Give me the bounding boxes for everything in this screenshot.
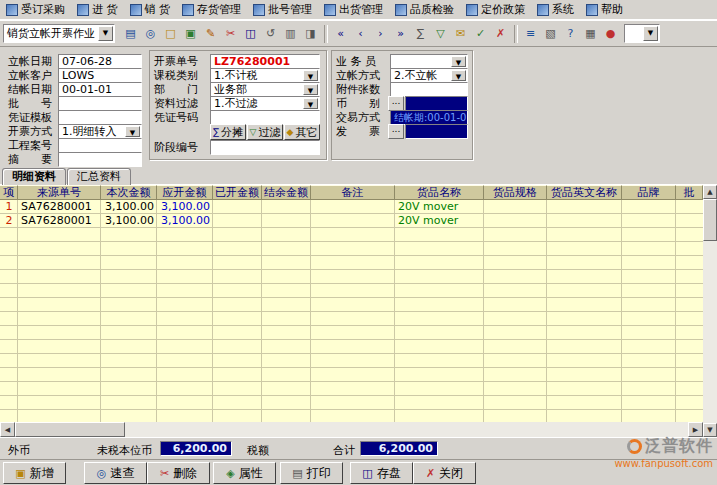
col-header-remark[interactable]: 备注 bbox=[311, 185, 395, 200]
menu-item-help[interactable]: 帮助 bbox=[580, 0, 629, 19]
tool-filter-icon[interactable]: ▽ bbox=[431, 24, 450, 43]
filter-button[interactable]: ▽ 过滤 bbox=[247, 124, 283, 140]
scroll-down-button[interactable]: ▼ bbox=[703, 423, 717, 437]
scroll-right-button[interactable]: ▶ bbox=[688, 422, 703, 437]
ledger-mode-combo[interactable]: 2.不立帐 ▼ bbox=[390, 68, 468, 83]
scroll-up-button[interactable]: ▲ bbox=[703, 185, 717, 199]
table-row[interactable]: 1 SA76280001 3,100.00 3,100.00 20V mover bbox=[0, 200, 703, 214]
horizontal-scroll-thumb[interactable] bbox=[15, 422, 125, 437]
tool-delete-icon[interactable]: ✂ bbox=[221, 24, 240, 43]
tool-edit-icon[interactable]: ✎ bbox=[201, 24, 220, 43]
chevron-down-icon[interactable]: ▼ bbox=[125, 126, 140, 137]
invoice-no-field[interactable]: LZ76280001 bbox=[210, 54, 320, 69]
invoice-field[interactable] bbox=[405, 124, 468, 139]
tool-mail-icon[interactable]: ✉ bbox=[451, 24, 470, 43]
tool-last-record-icon[interactable]: » bbox=[391, 24, 410, 43]
tool-attach-icon[interactable]: ▧ bbox=[541, 24, 560, 43]
menu-item-quality[interactable]: 品质检验 bbox=[389, 0, 460, 19]
tool-notes-icon[interactable]: ≡ bbox=[521, 24, 540, 43]
toolbar-extra-combo[interactable]: ▼ bbox=[624, 24, 660, 43]
menu-item-pricing[interactable]: 定价政策 bbox=[460, 0, 531, 19]
scroll-left-button[interactable]: ◀ bbox=[0, 422, 15, 437]
ledger-customer-field[interactable]: LOWS bbox=[58, 68, 142, 83]
salesman-combo[interactable]: ▼ bbox=[390, 54, 468, 69]
col-header-brand[interactable]: 品牌 bbox=[622, 185, 676, 200]
col-header-row-no[interactable]: 项 bbox=[0, 185, 18, 200]
vertical-scrollbar[interactable]: ▲ ▼ bbox=[703, 185, 717, 437]
vertical-scroll-thumb[interactable] bbox=[703, 199, 717, 241]
tool-sum-icon[interactable]: ∑ bbox=[411, 24, 430, 43]
chevron-down-icon[interactable]: ▼ bbox=[303, 84, 318, 95]
trade-mode-field[interactable]: 结帐期:00-01-01; bbox=[390, 110, 468, 125]
add-button[interactable]: ▣新增 bbox=[3, 462, 66, 484]
col-header-invoice-amount[interactable]: 应开金额 bbox=[157, 185, 213, 200]
horizontal-scrollbar[interactable]: ◀ ▶ bbox=[0, 422, 703, 437]
save-button[interactable]: ◫存盘 bbox=[350, 462, 413, 484]
col-header-source-no[interactable]: 来源单号 bbox=[18, 185, 101, 200]
menu-item-system[interactable]: 系统 bbox=[531, 0, 580, 19]
voucher-no-field[interactable] bbox=[210, 110, 320, 125]
tool-save-icon[interactable]: ◫ bbox=[241, 24, 260, 43]
summary-field[interactable] bbox=[58, 152, 142, 167]
currency-field[interactable] bbox=[405, 96, 468, 111]
table-row[interactable]: 2 SA76280001 3,100.00 3,100.00 20V mover bbox=[0, 214, 703, 228]
tool-query-icon[interactable]: ◎ bbox=[141, 24, 160, 43]
col-header-amount[interactable]: 本次金额 bbox=[101, 185, 157, 200]
tool-first-record-icon[interactable]: « bbox=[331, 24, 350, 43]
tool-exit-icon[interactable]: ● bbox=[601, 24, 620, 43]
delete-button[interactable]: ✂删除 bbox=[147, 462, 210, 484]
menu-item-sales[interactable]: 销 货 bbox=[124, 0, 177, 19]
menu-item-shipping[interactable]: 出货管理 bbox=[318, 0, 389, 19]
stage-no-field[interactable] bbox=[210, 140, 320, 155]
split-button[interactable]: ∑ 分摊 bbox=[210, 124, 246, 140]
tab-summary[interactable]: 汇总资料 bbox=[67, 168, 131, 185]
chevron-down-icon[interactable]: ▼ bbox=[451, 70, 466, 81]
col-header-balance-amount[interactable]: 结余金额 bbox=[262, 185, 311, 200]
currency-lookup-button[interactable]: ... bbox=[388, 96, 404, 111]
invoice-lookup-button[interactable]: ... bbox=[388, 124, 404, 139]
tab-detail[interactable]: 明细资料 bbox=[2, 168, 66, 186]
screen-selector-combo[interactable]: 销货立帐开票作业 ▼ bbox=[3, 24, 115, 43]
tool-print-icon[interactable]: ▥ bbox=[281, 24, 300, 43]
col-header-spec[interactable]: 货品规格 bbox=[484, 185, 547, 200]
menu-item-purchase-order[interactable]: 受订采购 bbox=[0, 0, 71, 19]
tool-undo-icon[interactable]: ↺ bbox=[261, 24, 280, 43]
tool-browse-icon[interactable]: ▤ bbox=[121, 24, 140, 43]
attachments-field[interactable] bbox=[390, 82, 468, 97]
tool-copy-icon[interactable]: ▣ bbox=[181, 24, 200, 43]
col-header-english-name[interactable]: 货品英文名称 bbox=[547, 185, 622, 200]
chevron-down-icon[interactable]: ▼ bbox=[451, 56, 466, 67]
chevron-down-icon[interactable]: ▼ bbox=[98, 26, 113, 41]
tool-help-icon[interactable]: ? bbox=[561, 24, 580, 43]
print-button[interactable]: ▤打印 bbox=[280, 462, 343, 484]
tool-preview-icon[interactable]: ◨ bbox=[301, 24, 320, 43]
menu-item-batch[interactable]: 批号管理 bbox=[247, 0, 318, 19]
other-button[interactable]: ◆ 其它 bbox=[284, 124, 320, 140]
settle-date-field[interactable]: 00-01-01 bbox=[58, 82, 142, 97]
tool-prev-record-icon[interactable]: ‹ bbox=[351, 24, 370, 43]
menu-item-inventory[interactable]: 存货管理 bbox=[176, 0, 247, 19]
department-combo[interactable]: 业务部 ▼ bbox=[210, 82, 320, 97]
ledger-date-field[interactable]: 07-06-28 bbox=[58, 54, 142, 69]
chevron-down-icon[interactable]: ▼ bbox=[303, 98, 318, 109]
chevron-down-icon[interactable]: ▼ bbox=[643, 26, 658, 41]
tool-cancel-icon[interactable]: ✗ bbox=[491, 24, 510, 43]
col-header-batch[interactable]: 批 bbox=[676, 185, 703, 200]
chevron-down-icon[interactable]: ▼ bbox=[303, 70, 318, 81]
tool-window-icon[interactable]: ▦ bbox=[581, 24, 600, 43]
properties-button[interactable]: ◈属性 bbox=[213, 462, 276, 484]
col-header-invoiced-amount[interactable]: 已开金额 bbox=[213, 185, 262, 200]
voucher-template-field[interactable] bbox=[58, 110, 142, 125]
data-filter-combo[interactable]: 1.不过滤 ▼ bbox=[210, 96, 320, 111]
project-no-field[interactable] bbox=[58, 138, 142, 153]
tool-new-icon[interactable]: □ bbox=[161, 24, 180, 43]
tax-category-combo[interactable]: 1.不计税 ▼ bbox=[210, 68, 320, 83]
menu-item-purchase-in[interactable]: 进 货 bbox=[71, 0, 124, 19]
batch-no-field[interactable] bbox=[58, 96, 142, 111]
invoice-mode-combo[interactable]: 1.明细转入 ▼ bbox=[58, 124, 142, 139]
quick-search-button[interactable]: ◎速查 bbox=[84, 462, 147, 484]
tool-audit-icon[interactable]: ✓ bbox=[471, 24, 490, 43]
tool-next-record-icon[interactable]: › bbox=[371, 24, 390, 43]
col-header-product-name[interactable]: 货品名称 bbox=[395, 185, 484, 200]
close-button[interactable]: ✗关闭 bbox=[413, 462, 476, 484]
